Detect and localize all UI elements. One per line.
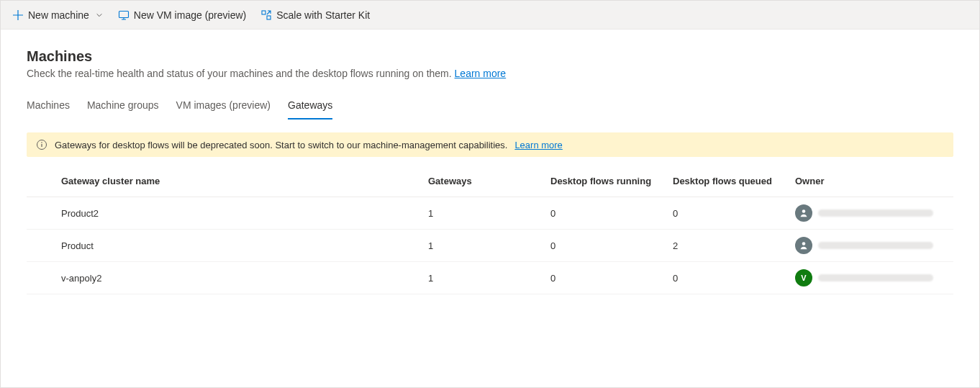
cell-running: 0 xyxy=(545,230,667,262)
plus-icon xyxy=(12,9,24,21)
cell-owner xyxy=(789,230,953,262)
cell-gateways: 1 xyxy=(422,230,545,262)
cell-running: 0 xyxy=(545,262,667,294)
owner-name-redacted xyxy=(818,209,933,217)
cell-name[interactable]: Product xyxy=(27,230,422,262)
cell-gateways: 1 xyxy=(422,197,545,230)
svg-rect-2 xyxy=(267,16,271,19)
tab-machines[interactable]: Machines xyxy=(27,92,70,119)
svg-point-6 xyxy=(802,242,806,245)
owner-name-redacted xyxy=(818,274,933,281)
col-header-queued[interactable]: Desktop flows queued xyxy=(667,166,789,197)
table-row[interactable]: Product2100 xyxy=(27,197,953,230)
new-machine-label: New machine xyxy=(28,9,89,21)
col-header-running[interactable]: Desktop flows running xyxy=(545,166,667,197)
tab-machine-groups[interactable]: Machine groups xyxy=(87,92,159,119)
tab-bar: Machines Machine groups VM images (previ… xyxy=(27,92,953,119)
svg-rect-1 xyxy=(262,11,266,14)
gateways-table-container: Gateway cluster name Gateways Desktop fl… xyxy=(1,157,979,294)
table-header-row: Gateway cluster name Gateways Desktop fl… xyxy=(27,166,953,197)
avatar-icon: V xyxy=(795,269,812,287)
banner-learn-more-link[interactable]: Learn more xyxy=(514,140,562,150)
cell-owner: V xyxy=(789,262,953,294)
cell-queued: 0 xyxy=(667,197,789,230)
table-row[interactable]: v-anpoly2100V xyxy=(27,262,953,294)
cell-name[interactable]: v-anpoly2 xyxy=(27,262,422,294)
monitor-icon xyxy=(118,9,130,21)
learn-more-link[interactable]: Learn more xyxy=(455,68,507,79)
page-description: Check the real-time health and status of… xyxy=(27,68,953,79)
info-icon xyxy=(36,139,47,150)
svg-point-5 xyxy=(802,209,806,213)
deprecation-banner: Gateways for desktop flows will be depre… xyxy=(27,132,953,157)
avatar-icon xyxy=(795,204,812,222)
cell-queued: 0 xyxy=(667,262,789,294)
scale-starter-kit-button[interactable]: Scale with Starter Kit xyxy=(255,4,376,27)
page-description-text: Check the real-time health and status of… xyxy=(27,68,452,79)
scale-starter-kit-label: Scale with Starter Kit xyxy=(276,9,370,21)
cell-running: 0 xyxy=(545,197,667,230)
svg-point-4 xyxy=(41,142,42,143)
cell-queued: 2 xyxy=(667,230,789,262)
new-vm-image-button[interactable]: New VM image (preview) xyxy=(112,4,252,27)
banner-text: Gateways for desktop flows will be depre… xyxy=(55,140,507,150)
chevron-down-icon xyxy=(95,11,104,19)
gateways-table: Gateway cluster name Gateways Desktop fl… xyxy=(27,166,953,294)
command-bar: New machine New VM image (preview) Scale… xyxy=(1,1,979,30)
new-machine-button[interactable]: New machine xyxy=(6,4,109,27)
tab-gateways[interactable]: Gateways xyxy=(288,92,332,119)
cell-owner xyxy=(789,197,953,230)
table-row[interactable]: Product102 xyxy=(27,230,953,262)
avatar-icon xyxy=(795,237,812,254)
app-frame: New machine New VM image (preview) Scale… xyxy=(0,0,980,388)
page-title: Machines xyxy=(27,48,953,65)
page-header: Machines Check the real-time health and … xyxy=(1,30,979,119)
col-header-name[interactable]: Gateway cluster name xyxy=(27,166,422,197)
cell-gateways: 1 xyxy=(422,262,545,294)
col-header-owner[interactable]: Owner xyxy=(789,166,953,197)
tab-vm-images[interactable]: VM images (preview) xyxy=(176,92,271,119)
owner-name-redacted xyxy=(818,242,933,249)
col-header-gateways[interactable]: Gateways xyxy=(422,166,545,197)
cell-name[interactable]: Product2 xyxy=(27,197,422,230)
new-vm-image-label: New VM image (preview) xyxy=(134,9,246,21)
scale-icon xyxy=(260,9,272,21)
svg-rect-0 xyxy=(119,11,128,17)
